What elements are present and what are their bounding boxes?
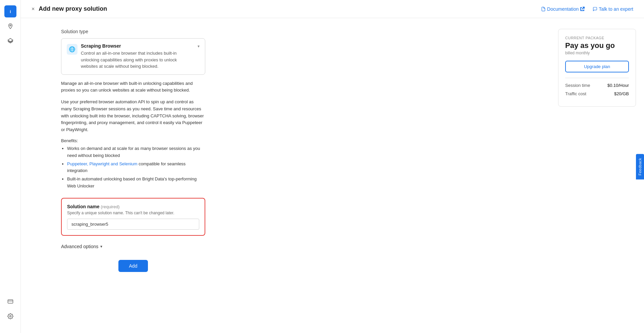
package-label: CURRENT PACKAGE [565, 36, 629, 40]
talk-to-expert-link[interactable]: Talk to an expert [593, 6, 633, 12]
session-time-label: Session time [565, 83, 590, 88]
solution-type-label: Solution type [61, 29, 537, 34]
advanced-options-toggle[interactable]: Advanced options ▾ [61, 244, 205, 249]
benefit-item-3: Built-in automated unlocking based on Br… [67, 176, 205, 190]
header-actions: Documentation Talk to an expert [541, 6, 633, 12]
chevron-down-icon: ▾ [198, 43, 200, 49]
page-title: Add new proxy solution [39, 5, 107, 12]
traffic-cost-value: $20/GB [614, 91, 629, 96]
add-button-wrap: Add [61, 260, 205, 272]
feedback-tab[interactable]: Feedback [636, 154, 644, 179]
svg-point-6 [9, 316, 11, 317]
main-content: × Add new proxy solution Documentation T… [21, 0, 644, 333]
description-2: Use your preferred browser automation AP… [61, 99, 205, 133]
traffic-cost-label: Traffic cost [565, 91, 586, 96]
puppeteer-link[interactable]: Puppeteer, Playwright and Selenium [67, 161, 138, 166]
benefits-title: Benefits: [61, 138, 537, 143]
svg-point-2 [10, 25, 11, 26]
sidebar-item-info[interactable]: i [4, 5, 16, 17]
description-1: Manage an all-in-one browser with built-… [61, 80, 205, 94]
upgrade-plan-button[interactable]: Upgrade plan [565, 61, 629, 72]
required-indicator: (required) [101, 204, 119, 209]
doc-icon [541, 7, 546, 11]
scraping-browser-icon [67, 44, 77, 55]
benefit-item-1: Works on demand and at scale for as many… [67, 145, 205, 159]
sidebar-item-billing[interactable] [4, 295, 16, 308]
traffic-cost-row: Traffic cost $20/GB [565, 91, 629, 96]
sidebar-top: i [4, 5, 16, 293]
session-time-value: $0.10/Hour [607, 83, 629, 88]
talk-label: Talk to an expert [599, 6, 633, 12]
solution-name-hint: Specify a unique solution name. This can… [67, 211, 199, 215]
package-divider [565, 78, 629, 78]
package-name: Pay as you go [565, 41, 629, 50]
close-icon: × [32, 6, 35, 12]
documentation-link[interactable]: Documentation [541, 6, 585, 12]
sidebar-item-layers[interactable] [4, 35, 16, 47]
advanced-options-label: Advanced options [61, 244, 98, 249]
sidebar-bottom [4, 295, 16, 328]
solution-type-desc: Control an all-in-one browser that inclu… [81, 50, 194, 70]
close-button[interactable]: × Add new proxy solution [32, 5, 107, 12]
solution-type-info: Scraping Browser Control an all-in-one b… [81, 43, 194, 70]
sidebar: i [0, 0, 21, 333]
package-card: CURRENT PACKAGE Pay as you go billed mon… [558, 29, 636, 107]
solution-type-title: Scraping Browser [81, 43, 194, 49]
session-time-row: Session time $0.10/Hour [565, 83, 629, 88]
benefit-item-2: Puppeteer, Playwright and Selenium compa… [67, 161, 205, 175]
sidebar-item-location[interactable] [4, 20, 16, 32]
right-panel: CURRENT PACKAGE Pay as you go billed mon… [550, 18, 644, 333]
solution-name-section: Solution name (required) Specify a uniqu… [61, 198, 205, 236]
chat-icon [593, 7, 597, 11]
header: × Add new proxy solution Documentation T… [21, 0, 644, 18]
benefits-list: Works on demand and at scale for as many… [61, 145, 205, 190]
body-wrap: Solution type [21, 18, 644, 333]
solution-type-card[interactable]: Scraping Browser Control an all-in-one b… [61, 38, 205, 75]
svg-text:i: i [10, 9, 11, 14]
solution-name-label: Solution name (required) [67, 204, 199, 209]
form-area: Solution type [21, 18, 550, 333]
solution-name-input[interactable] [67, 219, 199, 230]
documentation-label: Documentation [547, 6, 579, 12]
sidebar-item-settings[interactable] [4, 310, 16, 322]
add-button[interactable]: Add [118, 260, 148, 272]
advanced-options-chevron-icon: ▾ [100, 244, 102, 249]
package-billing: billed monthly [565, 51, 629, 55]
solution-type-header: Scraping Browser Control an all-in-one b… [67, 43, 200, 70]
external-link-icon [580, 7, 585, 11]
svg-rect-4 [8, 300, 13, 303]
